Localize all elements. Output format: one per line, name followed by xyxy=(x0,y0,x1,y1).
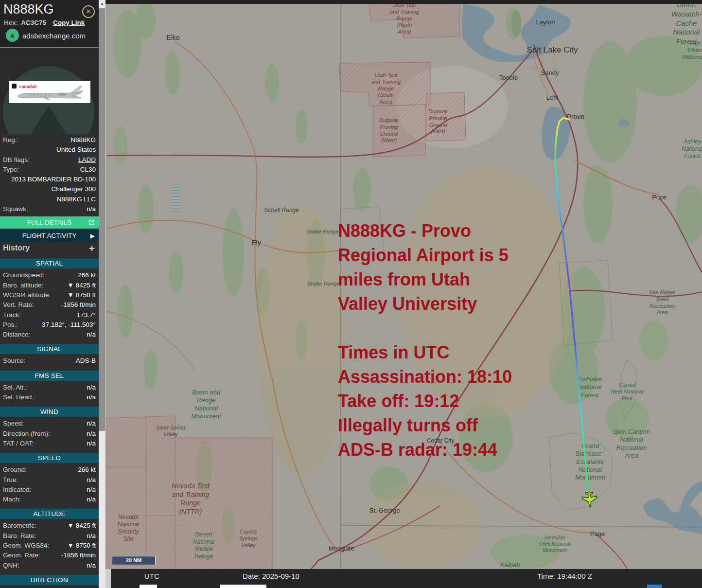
data-row: TAT / OAT:n/a xyxy=(3,439,96,448)
date-control-cut[interactable] xyxy=(220,585,266,588)
data-row: Ground:266 kt xyxy=(3,465,96,475)
hex-label: Hex: xyxy=(4,19,18,26)
data-row: QNH:n/a xyxy=(3,561,96,570)
data-row: Squawk:n/a xyxy=(3,204,96,214)
aircraft-info-panel: N888KG ✕ Hex:AC3C75Copy Link ▲ adsbexcha… xyxy=(0,0,99,588)
hex-row: Hex:AC3C75Copy Link xyxy=(4,19,85,26)
section-header: WIND xyxy=(0,407,99,417)
data-row: True:n/a xyxy=(3,475,96,485)
aircraft-photo-zone: canadair xyxy=(0,48,99,134)
section-body: Source:ADS-B xyxy=(0,354,99,367)
scroll-up-icon[interactable]: ▲ xyxy=(99,0,105,8)
section-body: Barometric:▼ 8425 ftBaro. Rate:n/aGeom. … xyxy=(0,519,99,571)
row-value: n/a xyxy=(87,531,96,541)
history-row: History + xyxy=(0,243,99,255)
data-row: Groundspeed:266 kt xyxy=(3,270,96,280)
data-row: Distance:n/a xyxy=(3,330,96,339)
section-header: DIRECTION xyxy=(0,575,99,585)
data-row: Source:ADS-B xyxy=(3,356,96,366)
timezone-control-cut[interactable] xyxy=(140,585,157,588)
copy-link[interactable]: Copy Link xyxy=(53,19,85,26)
data-row: WGS84 altitude:▼ 8750 ft xyxy=(3,290,96,300)
row-value: n/a xyxy=(87,419,96,428)
row-label: Source: xyxy=(3,356,26,366)
row-value: n/a xyxy=(87,429,96,439)
data-row: Sel. Head.:n/a xyxy=(3,392,96,402)
data-row: Geom. WGS84:▼ 8750 ft xyxy=(3,541,96,551)
section-header: SPEED xyxy=(0,453,99,463)
row-label: Squawk: xyxy=(3,204,28,214)
photo-brand-text: canadair xyxy=(19,84,37,89)
row-value: Challenger 300 xyxy=(51,184,96,194)
data-row: Reg.:N888KG xyxy=(3,135,96,145)
row-label: Barometric: xyxy=(3,521,36,531)
scrollbar-track-lower[interactable] xyxy=(99,431,105,588)
row-label: Reg.: xyxy=(3,135,18,145)
full-details-button[interactable]: FULL DETAILS xyxy=(0,216,99,229)
row-value: n/a xyxy=(87,485,96,495)
row-label: Ground: xyxy=(3,465,27,475)
data-row: Vert. Rate:-1856 ft/min xyxy=(3,300,96,310)
aircraft-photo[interactable]: canadair xyxy=(9,81,90,103)
adsbexchange-window: ElkoLaytonSalt Lake CitySandyTooeleLehiP… xyxy=(0,0,702,588)
row-value: ▼ 8750 ft xyxy=(68,290,96,300)
flight-activity-button[interactable]: FLIGHT ACTIVITY ▶ xyxy=(0,230,99,242)
section-body: Groundspeed:266 ktBaro. altitude:▼ 8425 … xyxy=(0,268,99,341)
row-value: n/a xyxy=(87,330,96,339)
history-add-icon[interactable]: + xyxy=(89,243,95,254)
row-value: n/a xyxy=(87,204,96,214)
row-label: Speed: xyxy=(3,419,24,428)
sidebar-scrollbar[interactable]: ▲ xyxy=(99,0,105,588)
data-row: Mach:n/a xyxy=(3,495,96,504)
row-value: N888KG LLC xyxy=(57,195,96,204)
aircraft-icon[interactable] xyxy=(582,492,597,508)
row-value: n/a xyxy=(87,439,96,448)
timeline-bar: UTC Date: 2025-09-10 Time: 19:44:00 Z xyxy=(105,569,702,588)
data-row: Type:CL30 xyxy=(3,165,96,175)
data-row: Indicated:n/a xyxy=(3,485,96,495)
row-label: Groundspeed: xyxy=(3,270,45,280)
data-row: Baro. altitude:▼ 8425 ft xyxy=(3,281,96,290)
data-row: Challenger 300 xyxy=(3,184,96,194)
data-row: Speed:n/a xyxy=(3,419,96,428)
row-value: 37.182°, -111.503° xyxy=(42,320,96,330)
section-header: SPATIAL xyxy=(0,258,99,268)
play-control-cut[interactable] xyxy=(647,585,662,588)
section-header: FMS SEL xyxy=(0,371,99,381)
data-row: N888KG LLC xyxy=(3,195,96,204)
row-label: TAT / OAT: xyxy=(3,439,34,448)
section-header: SIGNAL xyxy=(0,344,99,354)
row-value: -1856 ft/min xyxy=(61,300,96,310)
adsbexchange-logo-icon: ▲ xyxy=(6,29,19,42)
data-row: Barometric:▼ 8425 ft xyxy=(3,521,96,531)
watermark-plane-icon xyxy=(19,106,78,134)
close-icon[interactable]: ✕ xyxy=(82,5,95,18)
time-label: Time: 19:44:00 Z xyxy=(537,572,592,580)
row-value: N888KG xyxy=(70,135,96,145)
telemetry-sections: SPATIALGroundspeed:266 ktBaro. altitude:… xyxy=(0,258,99,585)
row-label: Sel. Alt.: xyxy=(3,383,27,392)
row-label: Vert. Rate: xyxy=(3,300,34,310)
data-row: Direction (from):n/a xyxy=(3,429,96,439)
row-label: Baro. Rate: xyxy=(3,531,36,541)
scrollbar-corner xyxy=(105,569,111,588)
map-scale-bar: 20 NM xyxy=(112,556,156,565)
row-label: Direction (from): xyxy=(3,429,50,439)
callsign-title: N888KG xyxy=(3,2,54,17)
panel-header: N888KG ✕ Hex:AC3C75Copy Link ▲ adsbexcha… xyxy=(0,0,99,48)
row-value: United States xyxy=(56,145,96,155)
row-value: 266 kt xyxy=(78,270,96,280)
full-details-label: FULL DETAILS xyxy=(27,219,72,226)
chevron-right-icon: ▶ xyxy=(90,230,95,242)
flight-track xyxy=(555,118,588,490)
date-label: Date: 2025-09-10 xyxy=(243,572,299,580)
row-value: n/a xyxy=(87,561,96,570)
row-value: n/a xyxy=(87,392,96,402)
section-body: Sel. Alt.:n/aSel. Head.:n/a xyxy=(0,381,99,404)
data-row: United States xyxy=(3,145,96,155)
data-row: 2013 BOMBARDIER BD-100 xyxy=(3,175,96,184)
history-label: History xyxy=(3,244,30,252)
row-value[interactable]: LADD xyxy=(78,155,96,165)
scrollbar-thumb[interactable] xyxy=(99,8,105,431)
registration-info: Reg.:N888KGUnited StatesDB flags:LADDTyp… xyxy=(0,134,99,214)
